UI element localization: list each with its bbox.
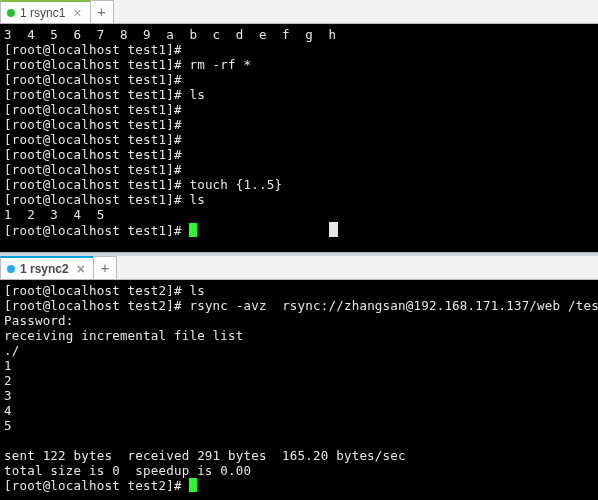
output-line: 1 2 3 4 5 xyxy=(4,207,594,222)
output-line: total size is 0 speedup is 0.00 xyxy=(4,463,594,478)
output-line: receiving incremental file list xyxy=(4,328,594,343)
output-line: 2 xyxy=(4,373,594,388)
close-icon[interactable]: × xyxy=(77,262,85,276)
prompt-line: [root@localhost test1]# ls xyxy=(4,192,594,207)
status-dot-icon xyxy=(7,9,15,17)
prompt-line: [root@localhost test1]# xyxy=(4,117,594,132)
pane-rsync1: 1 rsync1 × + 3 4 5 6 7 8 9 a b c d e f g… xyxy=(0,0,598,252)
prompt-line: [root@localhost test1]# xyxy=(4,42,594,57)
prompt-line: [root@localhost test1]# xyxy=(4,102,594,117)
tab-label: 1 rsync2 xyxy=(20,262,69,276)
terminal-top[interactable]: 3 4 5 6 7 8 9 a b c d e f g h [root@loca… xyxy=(0,24,598,252)
terminal-bottom[interactable]: [root@localhost test2]# ls [root@localho… xyxy=(0,280,598,500)
close-icon[interactable]: × xyxy=(73,6,81,20)
output-line: 5 xyxy=(4,418,594,433)
prompt-line: [root@localhost test1]# xyxy=(4,222,594,238)
tab-rsync1[interactable]: 1 rsync1 × xyxy=(0,0,91,23)
tabbar-bottom: 1 rsync2 × + xyxy=(0,256,598,280)
prompt-line: [root@localhost test1]# xyxy=(4,147,594,162)
output-line: ./ xyxy=(4,343,594,358)
pane-rsync2: 1 rsync2 × + [root@localhost test2]# ls … xyxy=(0,256,598,500)
tab-label: 1 rsync1 xyxy=(20,6,65,20)
output-line: 3 4 5 6 7 8 9 a b c d e f g h xyxy=(4,27,594,42)
prompt-line: [root@localhost test2]# rsync -avz rsync… xyxy=(4,298,594,313)
status-dot-icon xyxy=(7,265,15,273)
prompt-line: [root@localhost test1]# xyxy=(4,132,594,147)
tabbar-top: 1 rsync1 × + xyxy=(0,0,598,24)
output-line: 4 xyxy=(4,403,594,418)
cursor-icon xyxy=(189,223,197,237)
prompt-line: [root@localhost test2]# xyxy=(4,478,594,493)
prompt-line: [root@localhost test1]# ls xyxy=(4,87,594,102)
prompt-line: [root@localhost test1]# xyxy=(4,162,594,177)
prompt-line: [root@localhost test1]# touch {1..5} xyxy=(4,177,594,192)
output-line: 1 xyxy=(4,358,594,373)
output-line: sent 122 bytes received 291 bytes 165.20… xyxy=(4,448,594,463)
cursor-icon xyxy=(189,478,197,492)
output-line xyxy=(4,433,594,448)
output-line: 3 xyxy=(4,388,594,403)
new-tab-button[interactable]: + xyxy=(93,256,117,279)
prompt-line: [root@localhost test1]# rm -rf * xyxy=(4,57,594,72)
tab-rsync2[interactable]: 1 rsync2 × xyxy=(0,256,94,279)
ime-cursor-icon xyxy=(329,222,338,237)
prompt-line: [root@localhost test1]# xyxy=(4,72,594,87)
new-tab-button[interactable]: + xyxy=(90,0,114,23)
prompt-line: [root@localhost test2]# ls xyxy=(4,283,594,298)
output-line: Password: xyxy=(4,313,594,328)
